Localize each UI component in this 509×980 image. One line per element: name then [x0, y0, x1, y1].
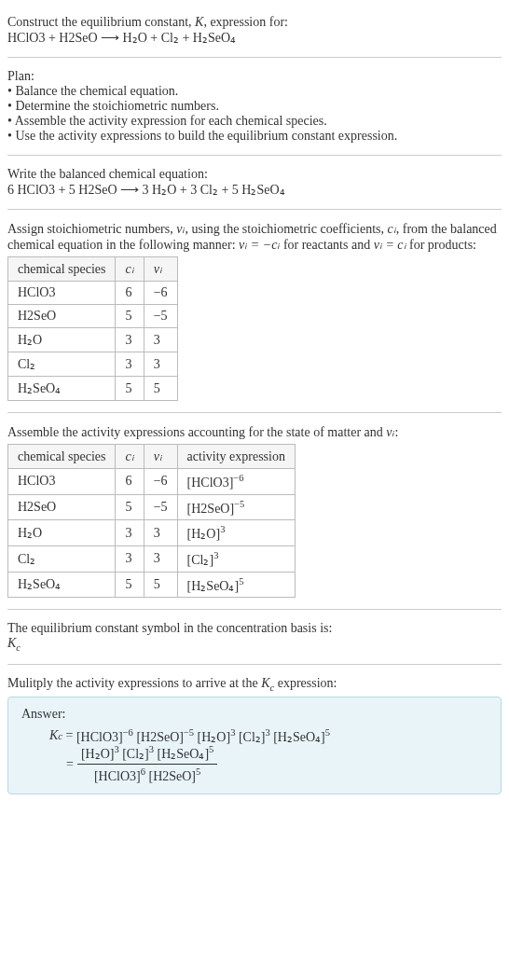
symbol-section: The equilibrium constant symbol in the c… [7, 614, 502, 660]
cell-c: 5 [116, 494, 144, 520]
term-exp: 3 [149, 745, 154, 755]
multiply-section: Mulitply the activity expressions to arr… [7, 669, 502, 802]
divider [7, 209, 502, 210]
ae-exp: −5 [234, 499, 244, 509]
term: [H₂SeO₄]5 [158, 747, 214, 761]
stoich-intro: Assign stoichiometric numbers, νᵢ, using… [7, 221, 502, 253]
term: [H₂O]3 [198, 727, 236, 745]
table-row: H₂SeO₄55 [8, 377, 178, 401]
term-exp: 5 [196, 766, 200, 777]
activity-intro: Assemble the activity expressions accoun… [7, 424, 502, 440]
table-row: H2SeO5−5 [8, 305, 178, 328]
cell-species: HClO3 [8, 469, 116, 495]
col-species: chemical species [8, 445, 116, 469]
term: [H₂O]3 [81, 747, 119, 761]
divider [7, 664, 502, 665]
table-row: Cl₂33[Cl₂]3 [8, 545, 296, 572]
k-letter: K [49, 728, 58, 743]
multiply-text: Mulitply the activity expressions to arr… [7, 676, 261, 690]
term-base: [H₂SeO₄] [158, 747, 210, 761]
balanced-section: Write the balanced chemical equation: 6 … [7, 159, 502, 205]
cell-c: 6 [116, 469, 144, 495]
unbalanced-equation: HClO3 + H2SeO ⟶ H₂O + Cl₂ + H₂SeO₄ [7, 30, 502, 46]
cell-v: −6 [144, 282, 177, 305]
cell-species: H2SeO [8, 494, 116, 520]
k-letter: K [261, 676, 269, 690]
activity-table: chemical species cᵢ νᵢ activity expressi… [7, 444, 296, 598]
term: [Cl₂]3 [239, 727, 270, 745]
divider [7, 155, 502, 156]
plan-title: Plan: [7, 69, 502, 84]
ae-exp: −6 [233, 473, 243, 483]
table-row: Cl₂33 [8, 352, 178, 377]
cell-ae: [Cl₂]3 [177, 545, 295, 572]
term-base: [H2SeO] [148, 769, 196, 783]
stoich-section: Assign stoichiometric numbers, νᵢ, using… [7, 214, 502, 408]
cell-species: H₂O [8, 328, 116, 352]
c-i: cᵢ [388, 222, 396, 236]
c-sub: c [16, 642, 21, 653]
cell-c: 3 [116, 352, 144, 377]
cell-c: 3 [116, 545, 144, 572]
cell-species: H₂SeO₄ [8, 572, 116, 598]
cell-v: −5 [144, 494, 177, 520]
term-exp: 5 [325, 727, 330, 738]
stoich-text: Assign stoichiometric numbers, [7, 222, 176, 236]
table-row: H₂O33 [8, 328, 178, 352]
table-header-row: chemical species cᵢ νᵢ activity expressi… [8, 445, 296, 469]
kc-expanded: Kc = [HClO3]−6 [H2SeO]−5 [H₂O]3 [Cl₂]3 [… [49, 727, 488, 745]
plan-section: Plan: • Balance the chemical equation. •… [7, 62, 502, 151]
term-base: [HClO3] [76, 730, 123, 744]
fraction: [H₂O]3 [Cl₂]3 [H₂SeO₄]5 [HClO3]6 [H2SeO]… [77, 745, 217, 784]
divider [7, 57, 502, 58]
term: [Cl₂]3 [122, 747, 154, 761]
table-row: HClO36−6[HClO3]−6 [8, 469, 296, 495]
cell-v: −6 [144, 469, 177, 495]
activity-text: Assemble the activity expressions accoun… [7, 425, 386, 439]
multiply-intro: Mulitply the activity expressions to arr… [7, 676, 502, 693]
term-exp: −5 [184, 727, 194, 738]
table-header-row: chemical species cᵢ νᵢ [8, 257, 178, 282]
cell-c: 3 [116, 328, 144, 352]
multiply-text: expression: [274, 676, 337, 690]
term-exp: −6 [123, 727, 133, 738]
term-exp: 3 [230, 727, 235, 738]
term-exp: 5 [209, 745, 213, 755]
cell-c: 5 [116, 377, 144, 401]
activity-text: : [395, 425, 399, 439]
table-row: H₂O33[H₂O]3 [8, 520, 296, 546]
denominator: [HClO3]6 [H2SeO]5 [90, 765, 204, 784]
col-ae: activity expression [177, 445, 295, 469]
construct-line: Construct the equilibrium constant, K, e… [7, 15, 502, 30]
answer-box: Answer: Kc = [HClO3]−6 [H2SeO]−5 [H₂O]3 … [7, 697, 502, 794]
ae-base: [HClO3] [187, 476, 234, 490]
plan-bullet-3: • Assemble the activity expression for e… [7, 114, 502, 129]
cell-v: 5 [144, 377, 177, 401]
cell-c: 5 [116, 572, 144, 598]
balanced-intro: Write the balanced chemical equation: [7, 167, 502, 182]
stoich-text: for products: [406, 238, 476, 252]
stoich-rel: νᵢ = cᵢ [374, 238, 406, 252]
term-exp: 6 [141, 766, 145, 777]
cell-c: 3 [116, 520, 144, 546]
term-base: [H₂O] [198, 730, 231, 744]
cell-v: −5 [144, 305, 177, 328]
stoich-table: chemical species cᵢ νᵢ HClO36−6 H2SeO5−5… [7, 256, 178, 401]
col-vi: νᵢ [144, 257, 177, 282]
symbol-text: The equilibrium constant symbol in the c… [7, 621, 502, 636]
construct-suffix: , expression for: [203, 15, 288, 29]
term: [HClO3]−6 [76, 727, 133, 745]
term-base: [HClO3] [94, 769, 141, 783]
cell-ae: [H2SeO]−5 [177, 494, 295, 520]
construct-prefix: Construct the equilibrium constant, [7, 15, 195, 29]
table-row: H₂SeO₄55[H₂SeO₄]5 [8, 572, 296, 598]
nu-i: νᵢ [386, 425, 394, 439]
balanced-equation: 6 HClO3 + 5 H2SeO ⟶ 3 H₂O + 3 Cl₂ + 5 H₂… [7, 182, 502, 198]
term: [H₂SeO₄]5 [273, 727, 330, 745]
term: [HClO3]6 [94, 769, 145, 783]
table-row: HClO36−6 [8, 282, 178, 305]
kc-symbol: Kc [7, 636, 502, 653]
plan-bullet-2: • Determine the stoichiometric numbers. [7, 99, 502, 114]
ae-exp: 3 [213, 550, 218, 560]
col-vi: νᵢ [144, 445, 177, 469]
